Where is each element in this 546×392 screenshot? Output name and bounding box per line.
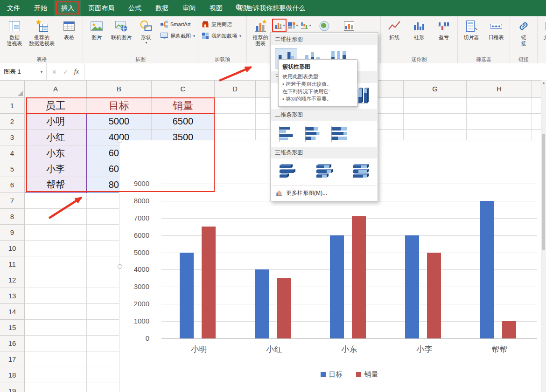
cell[interactable]: [25, 367, 87, 383]
row-header-8[interactable]: 8: [0, 209, 25, 225]
row-header-9[interactable]: 9: [0, 225, 25, 241]
hierarchy-chart-button[interactable]: ▾: [286, 20, 299, 31]
bar-目标-小李[interactable]: [405, 235, 419, 338]
bar-销量-小李[interactable]: [427, 253, 441, 338]
row-header-16[interactable]: 16: [0, 336, 25, 351]
cell-A2[interactable]: 小明: [25, 114, 87, 130]
cell[interactable]: [215, 114, 256, 130]
link-button[interactable]: 链 接: [511, 17, 536, 56]
my-addins-button[interactable]: 我的加载项▾: [200, 31, 243, 41]
row-header-12[interactable]: 12: [0, 272, 25, 288]
tell-me-search[interactable]: 告诉我你想要做什么: [235, 0, 305, 16]
bar-销量-小红[interactable]: [277, 278, 291, 338]
chart-type-pct-stacked-bar[interactable]: [327, 124, 350, 144]
table-button[interactable]: 表格: [57, 17, 81, 56]
bar-销量-小东[interactable]: [352, 216, 366, 338]
scroll-up-icon[interactable]: ▲: [541, 81, 546, 84]
cell[interactable]: [404, 98, 467, 114]
cell[interactable]: [25, 351, 87, 367]
waterfall-chart-button[interactable]: ▾: [299, 20, 312, 31]
col-header-H[interactable]: H: [467, 80, 532, 98]
screenshot-button[interactable]: 屏幕截图▾: [159, 31, 196, 41]
insert-function-button[interactable]: fx: [74, 68, 79, 76]
selection-handle[interactable]: [118, 264, 122, 269]
menu-tab-6[interactable]: 审阅: [175, 0, 203, 16]
row-header-18[interactable]: 18: [0, 367, 25, 383]
menu-tab-3[interactable]: 页面布局: [81, 0, 121, 16]
recommended-pivot-button[interactable]: 推荐的 数据透视表: [27, 17, 56, 56]
cell-A1[interactable]: 员工: [25, 98, 87, 114]
cell-B1[interactable]: 目标: [87, 98, 152, 114]
col-header-C[interactable]: C: [152, 80, 215, 98]
cell[interactable]: [25, 209, 87, 225]
cell[interactable]: [25, 241, 87, 256]
chart-type-clustered-bar-3d[interactable]: [275, 161, 297, 182]
bar-目标-小红[interactable]: [255, 269, 269, 338]
sparkline-column-button[interactable]: 柱形: [407, 17, 431, 56]
cell[interactable]: [215, 98, 256, 114]
row-header-3[interactable]: 3: [0, 130, 25, 145]
cell[interactable]: [404, 114, 467, 130]
more-column-charts-item[interactable]: 更多柱形图(M)...: [271, 186, 377, 200]
textbox-button[interactable]: 文本框▾: [539, 17, 546, 56]
row-header-13[interactable]: 13: [0, 288, 25, 304]
row-header-2[interactable]: 2: [0, 114, 25, 130]
shapes-button[interactable]: 形状▾: [134, 17, 158, 56]
menu-tab-4[interactable]: 公式: [121, 0, 148, 16]
row-header-7[interactable]: 7: [0, 193, 25, 209]
chart-type-stacked-bar-3d[interactable]: [312, 161, 334, 182]
menu-tab-2[interactable]: 插入: [54, 0, 81, 16]
bar-目标-小东[interactable]: [330, 235, 344, 338]
store-button[interactable]: 应用商店: [200, 20, 243, 29]
bar-销量-帮帮[interactable]: [502, 321, 516, 338]
cell[interactable]: [25, 288, 87, 304]
recommended-charts-button[interactable]: 推荐的 图表: [248, 17, 273, 56]
menu-tab-0[interactable]: 文件: [0, 0, 27, 16]
slicer-button[interactable]: 切片器: [459, 17, 483, 56]
cell[interactable]: [25, 193, 87, 209]
chart-type-stacked-bar[interactable]: [301, 124, 323, 144]
cell-C1[interactable]: 销量: [152, 98, 215, 114]
row-header-17[interactable]: 17: [0, 351, 25, 367]
col-header-G[interactable]: G: [404, 80, 467, 98]
row-header-15[interactable]: 15: [0, 320, 25, 336]
bar-销量-小明[interactable]: [202, 227, 216, 338]
legend-item[interactable]: 目标: [321, 370, 343, 379]
column-chart-button[interactable]: ▾: [273, 20, 286, 31]
menu-tab-1[interactable]: 开始: [27, 0, 54, 16]
menu-tab-7[interactable]: 视图: [203, 0, 230, 16]
row-header-14[interactable]: 14: [0, 304, 25, 320]
chevron-down-icon[interactable]: ▾: [41, 70, 42, 74]
picture-button[interactable]: 图片: [84, 17, 109, 56]
row-header-5[interactable]: 5: [0, 161, 25, 177]
enter-button[interactable]: ✓: [63, 69, 68, 76]
cell-A5[interactable]: 小李: [25, 161, 87, 177]
cell[interactable]: [25, 304, 87, 320]
row-header-10[interactable]: 10: [0, 241, 25, 256]
smartart-button[interactable]: SmartArt: [159, 20, 196, 29]
col-header-B[interactable]: B: [87, 80, 152, 98]
name-box[interactable]: 图表 1 ▾: [0, 63, 47, 80]
cell[interactable]: [532, 98, 541, 114]
row-header-19[interactable]: 19: [0, 383, 25, 392]
col-header-A[interactable]: A: [25, 80, 87, 98]
cell-A3[interactable]: 小红: [25, 130, 87, 145]
online-picture-button[interactable]: 联机图片: [109, 17, 133, 56]
row-header-6[interactable]: 6: [0, 177, 25, 193]
selection-handle[interactable]: [118, 138, 122, 143]
bar-目标-小明[interactable]: [180, 253, 194, 338]
cell[interactable]: [25, 320, 87, 336]
menu-tab-5[interactable]: 数据: [148, 0, 175, 16]
sparkline-winloss-button[interactable]: 盈亏: [432, 17, 456, 56]
chart-type-pct-stacked-bar-3d[interactable]: [348, 161, 371, 182]
cell[interactable]: [532, 114, 541, 130]
cell[interactable]: [25, 272, 87, 288]
cell[interactable]: [467, 98, 532, 114]
timeline-button[interactable]: 日程表: [484, 17, 508, 56]
scrollbar-thumb[interactable]: [542, 134, 545, 250]
row-header-1[interactable]: 1: [0, 98, 25, 114]
legend-item[interactable]: 销量: [356, 370, 378, 379]
cell[interactable]: [25, 383, 87, 392]
select-all-corner[interactable]: [0, 80, 25, 98]
vertical-scrollbar[interactable]: ▲: [541, 80, 546, 392]
